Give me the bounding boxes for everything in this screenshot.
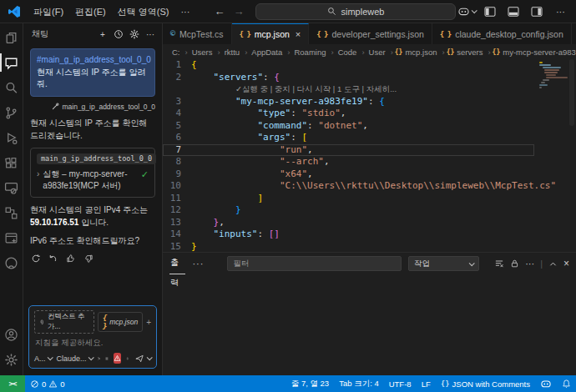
tab-output[interactable]: 출력	[169, 253, 185, 274]
used-tool-chip[interactable]: main_g_ip_address_tool_0_0	[30, 103, 155, 111]
activity-live-preview[interactable]	[0, 225, 23, 250]
editor-tab[interactable]: McpTest.cs ×	[163, 23, 232, 44]
expand-chevron-icon[interactable]: ›	[37, 168, 39, 192]
account-icon	[4, 328, 18, 342]
editor-tab[interactable]: mcp.json ×	[232, 23, 310, 44]
panel-tabs-more-button[interactable]: ···	[192, 259, 204, 269]
model-picker[interactable]: Claude...	[57, 354, 93, 363]
breadcrumb-item[interactable]: Roaming	[291, 48, 333, 57]
tool-reference-link[interactable]: #main_g_ip_address_tool_0_0	[37, 55, 151, 64]
tool-call-card[interactable]: main_g_ip_address_tool_0_0 › 실행 – my-mcp…	[30, 148, 155, 198]
send-icon[interactable]	[134, 354, 144, 364]
breadcrumb-item[interactable]: AppData	[249, 48, 290, 57]
output-channel-select[interactable]: 작업	[408, 256, 479, 271]
menu-selection[interactable]: 선택 영역(S)	[112, 3, 175, 21]
mic-icon[interactable]	[126, 354, 129, 364]
activity-containers[interactable]	[0, 200, 23, 225]
close-panel-icon[interactable]: ×	[563, 258, 569, 269]
activity-source-control[interactable]	[0, 100, 23, 125]
language-mode[interactable]: {} JSON with Comments	[436, 375, 535, 392]
chat-input-placeholder[interactable]: 지침을 제공하세요.	[34, 338, 151, 349]
line-number: 11	[163, 193, 191, 205]
toggle-secondary-sidebar-button[interactable]	[526, 3, 548, 21]
tool-call-name: main_g_ip_address_tool_0_0	[37, 153, 156, 164]
editor-tab[interactable]: claude_desktop_config.json ×	[432, 23, 572, 44]
code-token: {	[191, 59, 197, 70]
activity-search[interactable]	[0, 75, 23, 100]
thumbs-down-icon[interactable]	[83, 254, 93, 264]
account-button[interactable]	[0, 322, 23, 347]
breadcrumb-item[interactable]: my-mcp-server-a983fe19	[493, 48, 576, 57]
breadcrumb-item[interactable]: servers	[447, 48, 491, 57]
problems-indicator[interactable]: 0 0	[25, 375, 70, 392]
notifications-button[interactable]	[557, 375, 576, 392]
undo-icon[interactable]	[48, 254, 58, 264]
copilot-button[interactable]	[456, 3, 477, 21]
activity-run-debug[interactable]	[0, 125, 23, 150]
settings-button[interactable]	[0, 347, 23, 372]
editor-tab[interactable]: developer_settings.json ×	[309, 23, 432, 44]
code-editor[interactable]: 1 { 2 "servers": { ✓실행 중 | 중지 | 다시 시작 | …	[163, 59, 576, 252]
context-file-chip[interactable]: mcp.json	[98, 312, 143, 332]
menu-file[interactable]: 파일(F)	[28, 3, 69, 21]
toggle-sidebar-button[interactable]	[479, 3, 501, 21]
output-content[interactable]	[163, 274, 576, 375]
response-actions	[30, 253, 155, 264]
code-line: 6 "args": [	[163, 132, 534, 144]
output-filter-input[interactable]: 필터	[227, 256, 402, 271]
code-line: 15 }	[163, 241, 534, 253]
minimize-button[interactable]: –	[573, 0, 576, 23]
minimap[interactable]	[536, 61, 566, 119]
retry-icon[interactable]	[31, 254, 41, 264]
warning-badge-button[interactable]	[114, 353, 121, 364]
editor-scrollbar[interactable]	[568, 59, 576, 252]
add-context-button[interactable]: 컨텍스트 추가...	[34, 310, 94, 334]
clear-output-icon[interactable]	[494, 259, 504, 269]
code-line: 9 "x64",	[163, 168, 534, 181]
code-token: ,	[324, 156, 330, 167]
breadcrumb-item[interactable]: rkttu	[222, 48, 248, 57]
chat-more-button[interactable]: ···	[144, 28, 157, 41]
toggle-panel-button[interactable]	[503, 3, 524, 21]
tools-icon[interactable]	[98, 354, 101, 364]
code-token: "servers"	[214, 72, 264, 83]
activity-chat[interactable]	[0, 50, 23, 75]
copilot-status-button[interactable]	[535, 375, 557, 392]
activity-extensions[interactable]	[0, 150, 23, 175]
maximize-panel-icon[interactable]	[548, 259, 558, 269]
indentation[interactable]: Tab 크기: 4	[334, 375, 384, 392]
panel-more-button[interactable]: ···	[525, 259, 534, 269]
chat-history-button[interactable]	[112, 28, 125, 41]
breadcrumb-item[interactable]: C:	[169, 48, 188, 57]
eol-sequence[interactable]: LF	[417, 375, 436, 392]
activity-explorer[interactable]	[0, 25, 23, 50]
new-chat-button[interactable]: +	[96, 28, 109, 41]
thumbs-up-icon[interactable]	[66, 254, 76, 264]
command-center-search[interactable]: simpleweb	[255, 3, 456, 20]
cursor-position[interactable]: 줄 7, 열 23	[286, 375, 334, 392]
close-tab-icon[interactable]: ×	[296, 29, 301, 39]
breadcrumb-item[interactable]: Users	[189, 48, 220, 57]
divider: |	[540, 259, 543, 269]
menu-more[interactable]: ···	[174, 3, 195, 21]
breadcrumb-item[interactable]: mcp.json	[395, 48, 445, 57]
menu-edit[interactable]: 편집(E)	[69, 3, 112, 21]
mode-picker[interactable]: A...	[34, 354, 52, 363]
chat-input-box[interactable]: 컨텍스트 추가... mcp.json + 지침을 제공하세요. A... Cl…	[28, 305, 157, 369]
layout-more-button[interactable]: ···	[549, 3, 571, 21]
chat-settings-button[interactable]	[128, 28, 141, 41]
breadcrumb-item[interactable]: Code	[336, 48, 365, 57]
line-number: 7	[163, 144, 191, 157]
mcp-server-icon[interactable]	[105, 354, 109, 364]
breadcrumb-item[interactable]: User	[366, 48, 393, 57]
remote-indicator[interactable]: ><	[0, 375, 25, 392]
encoding[interactable]: UTF-8	[384, 375, 417, 392]
activity-github[interactable]	[0, 250, 23, 275]
send-options-chevron-icon[interactable]	[147, 354, 153, 360]
lock-scroll-icon[interactable]	[510, 259, 519, 269]
nav-forward-icon[interactable]: →	[233, 5, 244, 18]
activity-remote-explorer[interactable]	[0, 175, 23, 200]
add-chip-button[interactable]: +	[146, 318, 151, 327]
nav-back-icon[interactable]: ←	[214, 5, 225, 18]
history-icon	[114, 29, 124, 39]
